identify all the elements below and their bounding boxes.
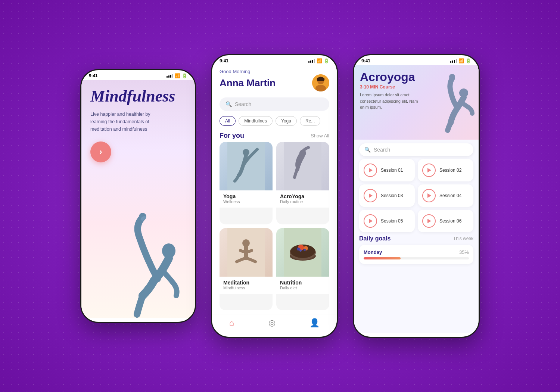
play-icon-6 bbox=[427, 219, 431, 223]
session-3-card[interactable]: Session 03 bbox=[359, 184, 415, 207]
filter-all[interactable]: All bbox=[220, 116, 236, 126]
bottom-nav: ⌂ ◎ 👤 bbox=[212, 314, 337, 333]
nav-location-icon[interactable]: ◎ bbox=[268, 318, 276, 328]
card-acroyoga-subtitle: Daily routine bbox=[280, 199, 326, 204]
phone-2-content: Good Morning Anna Martin 🔍 Search bbox=[212, 65, 337, 333]
session-6-card[interactable]: Session 06 bbox=[418, 210, 473, 232]
hero-title: Acroyoga bbox=[360, 71, 420, 83]
phone-3-content: Acroyoga 3-10 MIN Course Lorem ipsum dol… bbox=[354, 65, 479, 333]
next-button[interactable]: › bbox=[90, 141, 111, 162]
user-avatar[interactable] bbox=[312, 74, 329, 91]
show-all-link[interactable]: Show All bbox=[311, 133, 329, 139]
card-yoga-subtitle: Wellness bbox=[223, 199, 269, 204]
progress-bar-fill bbox=[364, 257, 401, 259]
yoga-figure-1 bbox=[109, 139, 195, 318]
session-2-card[interactable]: Session 02 bbox=[418, 159, 473, 181]
hero-figure bbox=[432, 65, 479, 140]
section-title: For you bbox=[220, 132, 244, 140]
card-meditation-image bbox=[220, 228, 273, 277]
filter-mindfulness[interactable]: Mindfullnes bbox=[239, 116, 273, 126]
card-yoga-label: Yoga Wellness bbox=[220, 190, 273, 208]
card-meditation[interactable]: Meditation Mindfulness bbox=[220, 228, 273, 311]
filter-yoga[interactable]: Yoga bbox=[276, 116, 297, 126]
play-btn-6[interactable] bbox=[422, 214, 436, 228]
wifi-icon-3: 📶 bbox=[458, 58, 464, 63]
card-nutrition-label: Nutrition Daily diet bbox=[276, 277, 329, 294]
card-yoga-image bbox=[220, 142, 273, 190]
play-btn-3[interactable] bbox=[364, 189, 377, 202]
goals-percent: 35% bbox=[459, 249, 469, 255]
status-bar-3: 9:41 📶 🔋 bbox=[354, 55, 479, 65]
user-name: Anna Martin bbox=[220, 77, 276, 89]
status-icons-1: 📶 🔋 bbox=[167, 73, 187, 78]
card-meditation-label: Meditation Mindfulness bbox=[220, 277, 273, 294]
daily-goals-header: Daily goals This week bbox=[359, 235, 473, 242]
daily-goals-section: Daily goals This week Monday 35% bbox=[359, 235, 473, 264]
card-yoga[interactable]: Yoga Wellness bbox=[220, 142, 273, 224]
session-5-card[interactable]: Session 05 bbox=[359, 210, 415, 232]
card-yoga-title: Yoga bbox=[223, 193, 269, 199]
search-placeholder-text: Search bbox=[235, 101, 251, 107]
goals-day-label: Monday bbox=[364, 249, 382, 255]
session-4-label: Session 04 bbox=[439, 193, 461, 198]
goals-card: Monday 35% bbox=[359, 245, 473, 264]
cards-grid: Yoga Wellness bbox=[212, 142, 337, 314]
play-icon-3 bbox=[369, 193, 373, 198]
phone-2: 9:41 📶 🔋 Good Morning Anna Martin bbox=[211, 54, 338, 338]
for-you-header: For you Show All bbox=[212, 128, 337, 142]
app-title: Mindfulness bbox=[90, 87, 186, 105]
svg-point-20 bbox=[304, 249, 306, 251]
play-icon-4 bbox=[427, 193, 431, 198]
greeting-row: Anna Martin bbox=[220, 74, 329, 91]
search-icon-3: 🔍 bbox=[364, 147, 371, 153]
status-time-1: 9:41 bbox=[89, 73, 98, 78]
app-subtitle: Live happier and healthier by learning t… bbox=[90, 111, 165, 133]
status-bar-2: 9:41 📶 🔋 bbox=[212, 55, 337, 65]
phone-2-header: Good Morning Anna Martin bbox=[212, 65, 337, 94]
nav-profile-icon[interactable]: 👤 bbox=[309, 318, 320, 328]
status-time-3: 9:41 bbox=[361, 58, 370, 63]
hero-description: Lorem ipsum dolor sit amet, consectetur … bbox=[360, 92, 420, 111]
play-btn-4[interactable] bbox=[422, 189, 436, 202]
card-nutrition[interactable]: Nutrition Daily diet bbox=[276, 228, 329, 311]
play-btn-1[interactable] bbox=[364, 164, 377, 177]
session-4-card[interactable]: Session 04 bbox=[418, 184, 473, 207]
session-3-label: Session 03 bbox=[381, 193, 403, 198]
card-acroyoga-title: AcroYoga bbox=[280, 193, 326, 199]
battery-icon-2: 🔋 bbox=[324, 58, 329, 63]
card-meditation-subtitle: Mindfulness bbox=[223, 286, 269, 290]
hero-text: Acroyoga 3-10 MIN Course Lorem ipsum dol… bbox=[360, 71, 420, 111]
goals-monday-row: Monday 35% bbox=[364, 249, 469, 255]
play-btn-5[interactable] bbox=[364, 214, 377, 228]
play-btn-2[interactable] bbox=[422, 164, 436, 177]
session-1-card[interactable]: Session 01 bbox=[359, 159, 415, 181]
filter-more[interactable]: Re... bbox=[300, 116, 320, 126]
card-nutrition-title: Nutrition bbox=[280, 280, 326, 286]
search-bar[interactable]: 🔍 Search bbox=[220, 97, 329, 111]
phone-1-content: Mindfulness Live happier and healthier b… bbox=[81, 80, 195, 318]
chevron-right-icon: › bbox=[99, 147, 102, 157]
play-icon-1 bbox=[369, 168, 373, 172]
session-6-label: Session 06 bbox=[439, 218, 461, 224]
signal-icon-1 bbox=[167, 74, 173, 78]
greeting-label: Good Morning bbox=[220, 69, 329, 74]
play-icon-5 bbox=[369, 219, 373, 223]
nav-home-icon[interactable]: ⌂ bbox=[229, 318, 234, 328]
search-icon: 🔍 bbox=[225, 101, 232, 107]
card-acroyoga[interactable]: AcroYoga Daily routine bbox=[276, 142, 329, 224]
status-icons-2: 📶 🔋 bbox=[308, 58, 329, 63]
filter-row: All Mindfullnes Yoga Re... bbox=[212, 114, 337, 128]
status-bar-1: 9:41 📶 🔋 bbox=[81, 70, 195, 80]
card-acroyoga-label: AcroYoga Daily routine bbox=[276, 190, 329, 208]
phone-1-text-block: Mindfulness Live happier and healthier b… bbox=[90, 87, 186, 133]
svg-point-18 bbox=[297, 248, 300, 251]
phone-3: 9:41 📶 🔋 Acroyoga 3-10 MIN Course Lorem … bbox=[353, 54, 480, 338]
wifi-icon-2: 📶 bbox=[317, 58, 322, 63]
card-nutrition-subtitle: Daily diet bbox=[280, 286, 326, 290]
hero-section: Acroyoga 3-10 MIN Course Lorem ipsum dol… bbox=[354, 65, 479, 140]
hero-course: 3-10 MIN Course bbox=[360, 84, 420, 90]
session-2-label: Session 02 bbox=[439, 168, 461, 173]
battery-icon-1: 🔋 bbox=[182, 73, 187, 78]
svg-point-22 bbox=[449, 74, 455, 80]
search-bar-3[interactable]: 🔍 Search bbox=[359, 143, 473, 156]
